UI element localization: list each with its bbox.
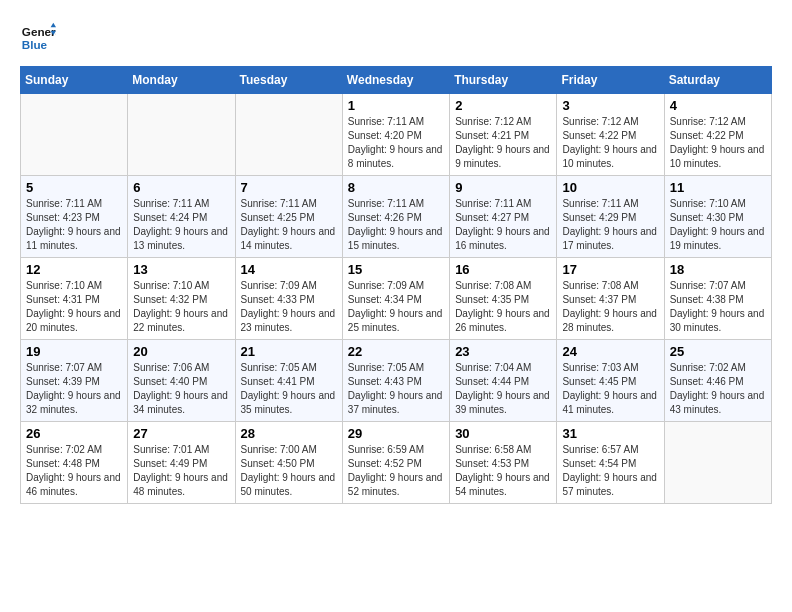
day-info: Sunrise: 7:12 AM Sunset: 4:21 PM Dayligh…: [455, 115, 551, 171]
calendar-day-header: Thursday: [450, 67, 557, 94]
day-number: 4: [670, 98, 766, 113]
day-info: Sunrise: 7:04 AM Sunset: 4:44 PM Dayligh…: [455, 361, 551, 417]
calendar-cell: 25Sunrise: 7:02 AM Sunset: 4:46 PM Dayli…: [664, 340, 771, 422]
day-number: 25: [670, 344, 766, 359]
calendar-cell: 28Sunrise: 7:00 AM Sunset: 4:50 PM Dayli…: [235, 422, 342, 504]
day-number: 7: [241, 180, 337, 195]
calendar-cell: 31Sunrise: 6:57 AM Sunset: 4:54 PM Dayli…: [557, 422, 664, 504]
day-info: Sunrise: 7:10 AM Sunset: 4:30 PM Dayligh…: [670, 197, 766, 253]
calendar-cell: 16Sunrise: 7:08 AM Sunset: 4:35 PM Dayli…: [450, 258, 557, 340]
calendar-cell: 7Sunrise: 7:11 AM Sunset: 4:25 PM Daylig…: [235, 176, 342, 258]
day-number: 13: [133, 262, 229, 277]
day-number: 30: [455, 426, 551, 441]
day-info: Sunrise: 7:06 AM Sunset: 4:40 PM Dayligh…: [133, 361, 229, 417]
calendar-cell: 19Sunrise: 7:07 AM Sunset: 4:39 PM Dayli…: [21, 340, 128, 422]
calendar-week-row: 19Sunrise: 7:07 AM Sunset: 4:39 PM Dayli…: [21, 340, 772, 422]
calendar-cell: [128, 94, 235, 176]
logo-icon: General Blue: [20, 20, 56, 56]
calendar-cell: 12Sunrise: 7:10 AM Sunset: 4:31 PM Dayli…: [21, 258, 128, 340]
day-number: 3: [562, 98, 658, 113]
calendar-body: 1Sunrise: 7:11 AM Sunset: 4:20 PM Daylig…: [21, 94, 772, 504]
day-number: 29: [348, 426, 444, 441]
calendar-cell: 18Sunrise: 7:07 AM Sunset: 4:38 PM Dayli…: [664, 258, 771, 340]
calendar-cell: 23Sunrise: 7:04 AM Sunset: 4:44 PM Dayli…: [450, 340, 557, 422]
calendar-cell: 9Sunrise: 7:11 AM Sunset: 4:27 PM Daylig…: [450, 176, 557, 258]
day-info: Sunrise: 7:11 AM Sunset: 4:26 PM Dayligh…: [348, 197, 444, 253]
calendar-week-row: 12Sunrise: 7:10 AM Sunset: 4:31 PM Dayli…: [21, 258, 772, 340]
day-number: 9: [455, 180, 551, 195]
day-info: Sunrise: 7:02 AM Sunset: 4:46 PM Dayligh…: [670, 361, 766, 417]
calendar-cell: 8Sunrise: 7:11 AM Sunset: 4:26 PM Daylig…: [342, 176, 449, 258]
day-number: 24: [562, 344, 658, 359]
day-info: Sunrise: 7:07 AM Sunset: 4:39 PM Dayligh…: [26, 361, 122, 417]
calendar-table: SundayMondayTuesdayWednesdayThursdayFrid…: [20, 66, 772, 504]
day-info: Sunrise: 7:01 AM Sunset: 4:49 PM Dayligh…: [133, 443, 229, 499]
calendar-cell: 5Sunrise: 7:11 AM Sunset: 4:23 PM Daylig…: [21, 176, 128, 258]
calendar-cell: 4Sunrise: 7:12 AM Sunset: 4:22 PM Daylig…: [664, 94, 771, 176]
day-info: Sunrise: 7:12 AM Sunset: 4:22 PM Dayligh…: [562, 115, 658, 171]
calendar-day-header: Friday: [557, 67, 664, 94]
calendar-cell: 1Sunrise: 7:11 AM Sunset: 4:20 PM Daylig…: [342, 94, 449, 176]
day-info: Sunrise: 7:10 AM Sunset: 4:31 PM Dayligh…: [26, 279, 122, 335]
calendar-week-row: 5Sunrise: 7:11 AM Sunset: 4:23 PM Daylig…: [21, 176, 772, 258]
day-info: Sunrise: 7:11 AM Sunset: 4:20 PM Dayligh…: [348, 115, 444, 171]
day-number: 5: [26, 180, 122, 195]
calendar-cell: 30Sunrise: 6:58 AM Sunset: 4:53 PM Dayli…: [450, 422, 557, 504]
calendar-day-header: Tuesday: [235, 67, 342, 94]
day-info: Sunrise: 7:11 AM Sunset: 4:27 PM Dayligh…: [455, 197, 551, 253]
day-info: Sunrise: 7:09 AM Sunset: 4:34 PM Dayligh…: [348, 279, 444, 335]
day-number: 8: [348, 180, 444, 195]
day-info: Sunrise: 7:11 AM Sunset: 4:29 PM Dayligh…: [562, 197, 658, 253]
calendar-day-header: Wednesday: [342, 67, 449, 94]
day-info: Sunrise: 7:05 AM Sunset: 4:41 PM Dayligh…: [241, 361, 337, 417]
day-number: 21: [241, 344, 337, 359]
day-number: 16: [455, 262, 551, 277]
calendar-cell: 3Sunrise: 7:12 AM Sunset: 4:22 PM Daylig…: [557, 94, 664, 176]
page-header: General Blue: [20, 20, 772, 56]
calendar-cell: 17Sunrise: 7:08 AM Sunset: 4:37 PM Dayli…: [557, 258, 664, 340]
calendar-cell: 24Sunrise: 7:03 AM Sunset: 4:45 PM Dayli…: [557, 340, 664, 422]
day-number: 10: [562, 180, 658, 195]
calendar-cell: 27Sunrise: 7:01 AM Sunset: 4:49 PM Dayli…: [128, 422, 235, 504]
calendar-cell: 21Sunrise: 7:05 AM Sunset: 4:41 PM Dayli…: [235, 340, 342, 422]
day-number: 22: [348, 344, 444, 359]
calendar-week-row: 1Sunrise: 7:11 AM Sunset: 4:20 PM Daylig…: [21, 94, 772, 176]
calendar-cell: 11Sunrise: 7:10 AM Sunset: 4:30 PM Dayli…: [664, 176, 771, 258]
day-info: Sunrise: 7:08 AM Sunset: 4:35 PM Dayligh…: [455, 279, 551, 335]
day-info: Sunrise: 7:03 AM Sunset: 4:45 PM Dayligh…: [562, 361, 658, 417]
calendar-day-header: Sunday: [21, 67, 128, 94]
calendar-header-row: SundayMondayTuesdayWednesdayThursdayFrid…: [21, 67, 772, 94]
calendar-cell: 10Sunrise: 7:11 AM Sunset: 4:29 PM Dayli…: [557, 176, 664, 258]
day-info: Sunrise: 6:58 AM Sunset: 4:53 PM Dayligh…: [455, 443, 551, 499]
day-info: Sunrise: 7:12 AM Sunset: 4:22 PM Dayligh…: [670, 115, 766, 171]
day-number: 31: [562, 426, 658, 441]
day-info: Sunrise: 7:08 AM Sunset: 4:37 PM Dayligh…: [562, 279, 658, 335]
calendar-cell: 13Sunrise: 7:10 AM Sunset: 4:32 PM Dayli…: [128, 258, 235, 340]
day-info: Sunrise: 6:57 AM Sunset: 4:54 PM Dayligh…: [562, 443, 658, 499]
day-number: 11: [670, 180, 766, 195]
day-number: 23: [455, 344, 551, 359]
day-number: 18: [670, 262, 766, 277]
day-info: Sunrise: 6:59 AM Sunset: 4:52 PM Dayligh…: [348, 443, 444, 499]
calendar-day-header: Saturday: [664, 67, 771, 94]
calendar-cell: 20Sunrise: 7:06 AM Sunset: 4:40 PM Dayli…: [128, 340, 235, 422]
day-info: Sunrise: 7:02 AM Sunset: 4:48 PM Dayligh…: [26, 443, 122, 499]
day-info: Sunrise: 7:09 AM Sunset: 4:33 PM Dayligh…: [241, 279, 337, 335]
calendar-cell: 14Sunrise: 7:09 AM Sunset: 4:33 PM Dayli…: [235, 258, 342, 340]
day-number: 20: [133, 344, 229, 359]
svg-text:Blue: Blue: [22, 38, 48, 51]
day-info: Sunrise: 7:00 AM Sunset: 4:50 PM Dayligh…: [241, 443, 337, 499]
day-number: 15: [348, 262, 444, 277]
calendar-cell: 15Sunrise: 7:09 AM Sunset: 4:34 PM Dayli…: [342, 258, 449, 340]
day-info: Sunrise: 7:07 AM Sunset: 4:38 PM Dayligh…: [670, 279, 766, 335]
calendar-cell: 22Sunrise: 7:05 AM Sunset: 4:43 PM Dayli…: [342, 340, 449, 422]
day-number: 28: [241, 426, 337, 441]
calendar-cell: [21, 94, 128, 176]
day-info: Sunrise: 7:11 AM Sunset: 4:23 PM Dayligh…: [26, 197, 122, 253]
calendar-day-header: Monday: [128, 67, 235, 94]
calendar-cell: 2Sunrise: 7:12 AM Sunset: 4:21 PM Daylig…: [450, 94, 557, 176]
calendar-cell: 6Sunrise: 7:11 AM Sunset: 4:24 PM Daylig…: [128, 176, 235, 258]
day-info: Sunrise: 7:11 AM Sunset: 4:24 PM Dayligh…: [133, 197, 229, 253]
day-number: 26: [26, 426, 122, 441]
day-number: 6: [133, 180, 229, 195]
